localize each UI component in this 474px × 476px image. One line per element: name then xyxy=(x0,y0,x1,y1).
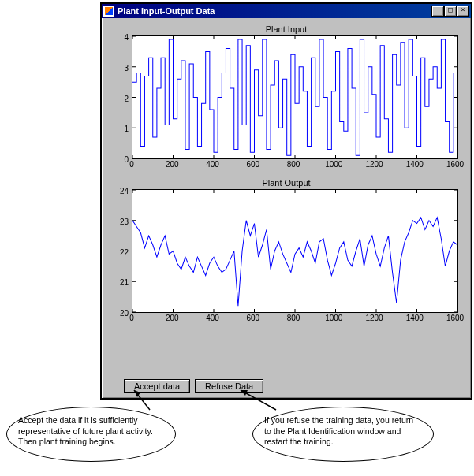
app-icon xyxy=(103,6,114,17)
x-tick-label: 400 xyxy=(206,314,219,322)
x-tick-label: 200 xyxy=(166,314,179,322)
callout-refuse-text: If you refuse the training data, you ret… xyxy=(264,415,413,446)
x-tick-label: 800 xyxy=(287,314,300,322)
x-tick-label: 800 xyxy=(287,160,300,169)
arrow-right-icon xyxy=(237,382,284,414)
y-tick-label: 24 xyxy=(120,187,129,195)
window-title: Plant Input-Output Data xyxy=(118,6,431,16)
maximize-button[interactable]: □ xyxy=(444,6,457,17)
titlebar[interactable]: Plant Input-Output Data _ □ × xyxy=(102,4,471,18)
y-tick-label: 23 xyxy=(120,217,129,225)
minimize-button[interactable]: _ xyxy=(431,6,444,17)
chart-input xyxy=(132,35,458,159)
y-tick-label: 22 xyxy=(120,247,129,256)
x-tick-label: 0 xyxy=(129,160,134,169)
x-tick-label: 0 xyxy=(129,314,134,322)
y-axis-output: 2021222324 xyxy=(110,191,130,313)
x-tick-label: 1400 xyxy=(406,160,424,169)
x-tick-label: 1200 xyxy=(365,314,383,322)
y-tick-label: 2 xyxy=(124,94,129,102)
x-tick-label: 400 xyxy=(206,160,219,169)
plant-io-window: Plant Input-Output Data _ □ × Plant Inpu… xyxy=(100,2,472,400)
x-tick-label: 600 xyxy=(246,314,259,322)
x-tick-label: 1000 xyxy=(325,314,342,322)
x-axis-input: 02004006008001000120014001600 xyxy=(132,159,458,170)
y-tick-label: 3 xyxy=(124,63,129,72)
x-tick-label: 600 xyxy=(246,160,259,169)
chart-title-output: Plant Output xyxy=(110,178,463,188)
arrow-left-icon xyxy=(126,382,158,414)
chart-title-input: Plant Input xyxy=(110,24,463,34)
y-tick-label: 20 xyxy=(120,309,129,318)
x-tick-label: 1200 xyxy=(365,160,383,169)
x-tick-label: 1000 xyxy=(325,160,342,169)
y-tick-label: 4 xyxy=(124,33,129,42)
y-tick-label: 0 xyxy=(124,155,129,164)
chart-output xyxy=(132,189,458,313)
callout-refuse: If you refuse the training data, you ret… xyxy=(252,407,434,462)
x-tick-label: 1600 xyxy=(446,314,464,322)
x-tick-label: 1600 xyxy=(446,160,464,169)
close-button[interactable]: × xyxy=(457,6,469,17)
y-tick-label: 1 xyxy=(124,125,129,133)
x-axis-output: 02004006008001000120014001600 xyxy=(132,313,458,324)
chart-output-block: Plant Output 2021222324 0200400600800100… xyxy=(110,178,463,324)
y-axis-input: 01234 xyxy=(110,37,130,159)
chart-input-block: Plant Input 01234 0200400600800100012001… xyxy=(110,24,463,170)
callout-accept: Accept the data if it is sufficiently re… xyxy=(6,407,176,462)
x-tick-label: 1400 xyxy=(406,314,424,322)
x-tick-label: 200 xyxy=(166,160,179,169)
window-body: Plant Input 01234 0200400600800100012001… xyxy=(102,18,471,398)
callout-accept-text: Accept the data if it is sufficiently re… xyxy=(18,415,153,446)
y-tick-label: 21 xyxy=(120,278,129,287)
